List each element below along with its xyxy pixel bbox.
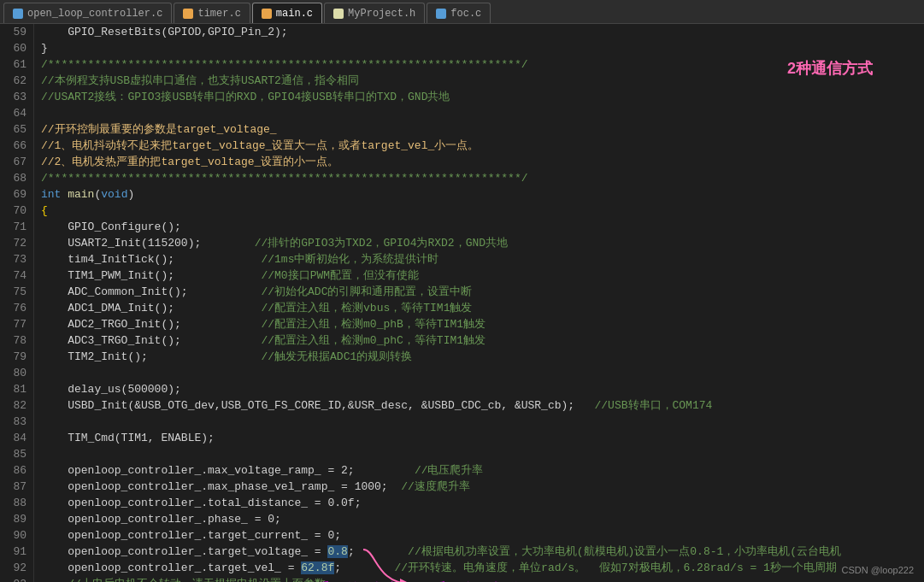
line-number: 86 [7, 462, 26, 479]
annotation-communication-types: 2种通信方式 [787, 58, 873, 79]
line-number: 87 [7, 479, 26, 495]
line-number: 63 [7, 89, 26, 105]
tab-open-loop-controller[interactable]: open_loop_controller.c [3, 3, 172, 23]
tab-myproject[interactable]: MyProject.h [324, 3, 425, 23]
tab-bar: open_loop_controller.c timer.c main.c My… [0, 0, 924, 24]
code-line: TIM1_PWM_Init(); //M0接口PWM配置，但没有使能 [41, 267, 924, 284]
line-number: 62 [7, 73, 26, 89]
line-number: 91 [7, 544, 26, 560]
code-line: ADC2_TRGO_Init(); //配置注入组，检测m0_phB，等待TIM… [41, 316, 924, 332]
line-number: 80 [7, 365, 26, 381]
line-number: 65 [7, 121, 26, 138]
tab-label-timer: timer.c [197, 8, 240, 20]
tab-icon-timer [183, 9, 193, 19]
code-line: openloop_controller_.phase_ = 0; [41, 511, 924, 527]
line-number: 71 [7, 219, 26, 235]
code-line: GPIO_Configure(); [41, 219, 924, 235]
line-number: 77 [7, 316, 26, 332]
tab-main[interactable]: main.c [252, 3, 322, 23]
line-numbers: 5960616263646566676869707172737475767778… [0, 24, 34, 582]
line-number: 82 [7, 397, 26, 414]
line-number: 81 [7, 381, 26, 397]
code-line: TIM2_Init(); //触发无根据ADC1的规则转换 [41, 349, 924, 365]
line-number: 85 [7, 446, 26, 462]
code-line: /***************************************… [41, 170, 924, 186]
code-line: ADC3_TRGO_Init(); //配置注入组，检测m0_phC，等待TIM… [41, 332, 924, 349]
line-number: 69 [7, 186, 26, 203]
line-number: 72 [7, 235, 26, 251]
line-number: 76 [7, 300, 26, 316]
tab-label-myproject: MyProject.h [348, 8, 415, 20]
tab-foc[interactable]: foc.c [427, 3, 491, 23]
code-line: ADC1_DMA_Init(); //配置注入组，检测vbus，等待TIM1触发 [41, 300, 924, 316]
code-line: openloop_controller_.max_phase_vel_ramp_… [41, 479, 924, 495]
code-content[interactable]: GPIO_ResetBits(GPIOD,GPIO_Pin_2);}/*****… [34, 24, 924, 582]
tab-icon-foc [436, 9, 446, 19]
line-number: 70 [7, 203, 26, 219]
line-number: 88 [7, 495, 26, 511]
code-line: int main(void) [41, 186, 924, 203]
code-line: TIM_Cmd(TIM1, ENABLE); [41, 430, 924, 446]
tab-label-foc: foc.c [450, 8, 481, 20]
line-number: 73 [7, 251, 26, 267]
code-line: USART2_Init(115200); //排针的GPIO3为TXD2，GPI… [41, 235, 924, 251]
line-number: 74 [7, 267, 26, 284]
code-line: openloop_controller_.target_current_ = 0… [41, 527, 924, 544]
code-line: openloop_controller_.target_voltage_ = 0… [41, 544, 924, 560]
line-number: 79 [7, 349, 26, 365]
code-line: //开环控制最重要的参数是target_voltage_ [41, 121, 924, 138]
line-number: 92 [7, 560, 26, 576]
code-line: //2、电机发热严重的把target_voltage_设置的小一点。 [41, 154, 924, 170]
code-line: } [41, 40, 924, 56]
line-number: 67 [7, 154, 26, 170]
line-number: 68 [7, 170, 26, 186]
line-number: 59 [7, 24, 26, 40]
line-number: 66 [7, 138, 26, 154]
watermark: CSDN @loop222 [841, 565, 914, 575]
tab-timer[interactable]: timer.c [174, 3, 250, 23]
line-number: 61 [7, 56, 26, 73]
code-line [41, 365, 924, 381]
code-line [41, 446, 924, 462]
code-line: delay_us(500000); [41, 381, 924, 397]
code-line: { [41, 203, 924, 219]
line-number: 84 [7, 430, 26, 446]
tab-icon-main [262, 9, 272, 19]
code-line: ADC_Common_Init(); //初始化ADC的引脚和通用配置，设置中断 [41, 284, 924, 300]
code-line [41, 414, 924, 430]
code-line: GPIO_ResetBits(GPIOD,GPIO_Pin_2); [41, 24, 924, 40]
line-number: 60 [7, 40, 26, 56]
tab-label-main: main.c [276, 8, 313, 20]
code-container: 5960616263646566676869707172737475767778… [0, 24, 924, 582]
tab-icon-open-loop [13, 9, 23, 19]
code-line: //1、电机抖动转不起来把target_voltage_设置大一点，或者targ… [41, 138, 924, 154]
line-number: 83 [7, 414, 26, 430]
line-number: 78 [7, 332, 26, 349]
code-line [41, 105, 924, 121]
code-line: USBD_Init(&USB_OTG_dev,USB_OTG_FS_CORE_I… [41, 397, 924, 414]
code-line: openloop_controller_.target_vel_ = 62.8f… [41, 560, 924, 576]
line-number: 90 [7, 527, 26, 544]
line-number: 89 [7, 511, 26, 527]
code-line: //USART2接线：GPIO3接USB转串口的RXD，GPIO4接USB转串口… [41, 89, 924, 105]
line-number: 64 [7, 105, 26, 121]
line-number: 93 [7, 576, 26, 582]
code-line: tim4_InitTick(); //1ms中断初始化，为系统提供计时 [41, 251, 924, 267]
tab-label-open-loop: open_loop_controller.c [27, 8, 162, 20]
tab-icon-myproject [333, 9, 344, 19]
code-line: openloop_controller_.total_distance_ = 0… [41, 495, 924, 511]
code-line: openloop_controller_.max_voltage_ramp_ =… [41, 462, 924, 479]
line-number: 75 [7, 284, 26, 300]
